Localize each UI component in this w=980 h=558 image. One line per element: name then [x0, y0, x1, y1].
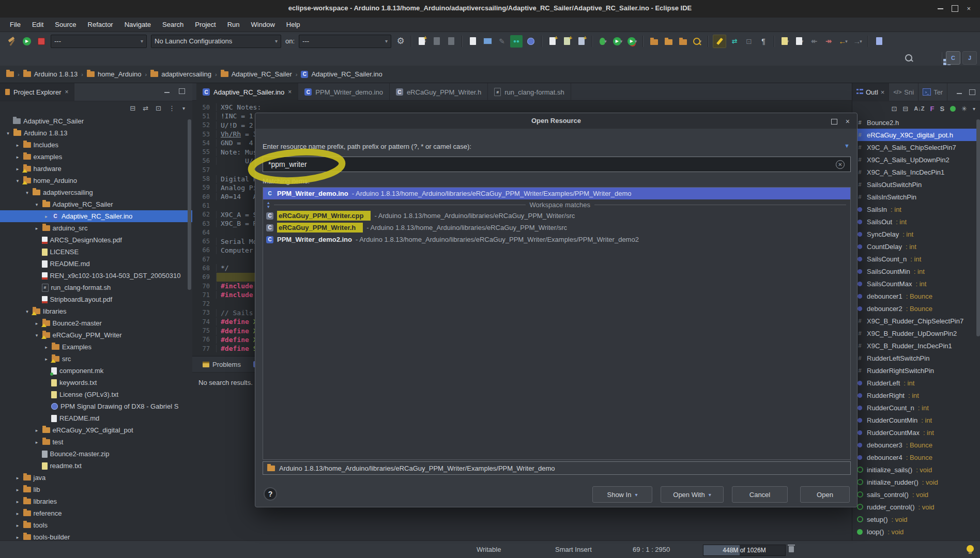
editor-tab[interactable]: CeRCaGuy_PPM_Writer.h — [390, 83, 488, 101]
tree-item[interactable]: ▸Bounce2-master — [0, 317, 192, 329]
run-as-icon[interactable]: ▶▾ — [611, 35, 624, 48]
tree-expander-icon[interactable]: ▸ — [15, 166, 21, 172]
tab-project-explorer[interactable]: Project Explorer × — [0, 83, 74, 101]
hide-fields-icon[interactable]: F — [930, 105, 934, 113]
menu-search[interactable]: Search — [157, 19, 189, 30]
tree-item[interactable]: PPM Signal Drawing of DX8 - Gabriel S — [0, 400, 192, 412]
tree-expander-icon[interactable]: ▸ — [15, 154, 21, 160]
close-icon[interactable]: × — [288, 88, 292, 96]
editor-tab[interactable]: CAdaptive_RC_Sailer.ino× — [196, 83, 298, 101]
menu-refactor[interactable]: Refactor — [82, 19, 119, 30]
tree-item[interactable]: ▸hardware — [0, 163, 192, 175]
focus-icon[interactable]: ⊡ — [891, 105, 897, 113]
launch-target-select[interactable]: ---▾ — [299, 35, 391, 48]
monitor-icon[interactable] — [481, 35, 494, 48]
dialog-close-icon[interactable]: × — [846, 117, 850, 126]
close-icon[interactable]: × — [65, 88, 68, 96]
breadcrumb-root-icon[interactable] — [6, 71, 14, 77]
tree-item[interactable]: ▸test — [0, 436, 192, 448]
new-class-icon[interactable]: + — [561, 35, 573, 48]
outline-item[interactable]: initialize_sails() : void — [852, 463, 980, 476]
new-project-icon[interactable]: + — [546, 35, 559, 48]
tree-item[interactable]: ▾Adaptive_RC_Sailer — [0, 198, 192, 210]
breadcrumb-item[interactable]: adaptivercsailing — [150, 70, 211, 78]
open-type-icon[interactable] — [662, 35, 675, 48]
new-package-icon[interactable]: + — [575, 35, 588, 48]
save-annotation-icon[interactable]: ▾ — [779, 35, 791, 48]
tree-item[interactable]: ▸tools — [0, 519, 192, 531]
tree-item[interactable]: ▸Examples — [0, 341, 192, 353]
tree-expander-icon[interactable]: ▸ — [34, 440, 40, 445]
tree-item[interactable]: License (GPLv3).txt — [0, 389, 192, 400]
debug-icon[interactable]: ▾ — [597, 35, 609, 48]
last-edit-icon[interactable]: ↞ — [808, 35, 820, 48]
collapse-all-icon[interactable]: ⊟ — [130, 104, 135, 112]
tree-item[interactable]: Adaptive_RC_Sailer — [0, 115, 192, 127]
tree-item[interactable]: ▾adaptivercsailing — [0, 187, 192, 198]
menu-file[interactable]: File — [4, 19, 26, 30]
stop-icon[interactable] — [35, 35, 48, 48]
tree-item[interactable]: ▸examples — [0, 151, 192, 163]
tree-expander-icon[interactable]: ▾ — [15, 178, 21, 183]
resource-pattern-input[interactable]: *ppm_writer — [263, 157, 851, 172]
focus-icon[interactable]: ⊡ — [156, 104, 161, 112]
menu-project[interactable]: Project — [189, 19, 221, 30]
outline-item[interactable]: rudder_control() : void — [852, 501, 980, 513]
build-icon[interactable] — [6, 35, 19, 48]
tree-expander-icon[interactable]: ▸ — [43, 357, 49, 362]
tree-item[interactable]: ▸src — [0, 353, 192, 365]
tree-expander-icon[interactable]: ▸ — [15, 523, 21, 528]
tree-item[interactable]: README.md — [0, 258, 192, 270]
web-icon[interactable] — [525, 35, 537, 48]
tree-item[interactable]: REN_x9c102-103-104-503_DST_20050310 — [0, 270, 192, 282]
gear-icon[interactable]: ⚙ — [394, 35, 407, 48]
java-perspective-icon[interactable]: J — [962, 51, 977, 65]
search-toolbar-icon[interactable]: ▾ — [691, 35, 703, 48]
open-with-button[interactable]: Open With▾ — [661, 486, 724, 503]
tree-expander-icon[interactable]: ▸ — [15, 499, 21, 504]
block-selection-icon[interactable]: ⊡ — [743, 35, 755, 48]
run-icon[interactable]: ▶ — [21, 35, 33, 48]
tree-item[interactable]: ▾Arduino 1.8.13 — [0, 127, 192, 139]
outline-item[interactable]: RudderRight : int — [852, 389, 980, 401]
outline-item[interactable]: SailsIn : int — [852, 203, 980, 215]
tree-expander-icon[interactable]: ▾ — [34, 202, 40, 207]
new-file-icon[interactable]: +▾ — [416, 35, 428, 48]
open-resource-icon[interactable] — [648, 35, 660, 48]
matching-item[interactable]: CeRCaGuy_PPM_Writer.cpp - Arduino 1.8.13… — [263, 210, 850, 222]
next-annotation-icon[interactable]: ▾ — [793, 35, 806, 48]
launch-config-select[interactable]: No Launch Configurations▾ — [151, 35, 281, 48]
help-button[interactable]: ? — [264, 487, 277, 501]
menu-window[interactable]: Window — [246, 19, 281, 30]
tree-item[interactable]: component.mk — [0, 365, 192, 377]
scroll-hint-icon[interactable]: ▴▾ — [267, 200, 270, 209]
tree-item[interactable]: LICENSE — [0, 246, 192, 258]
tree-item[interactable]: ARCS_DesignNotes.pdf — [0, 234, 192, 246]
outline-item[interactable]: SyncDelay : int — [852, 228, 980, 240]
tree-item[interactable]: ▸CAdaptive_RC_Sailer.ino — [0, 210, 192, 222]
tree-expander-icon[interactable]: ▸ — [15, 143, 21, 148]
outline-item[interactable]: #eRCaGuy_X9C_digital_pot.h — [852, 129, 980, 141]
tree-item[interactable]: StripboardLayout.pdf — [0, 293, 192, 305]
show-whitespace-icon[interactable]: ¶ — [757, 35, 770, 48]
link-with-editor-icon[interactable]: ⇄ — [143, 104, 148, 112]
menu-navigate[interactable]: Navigate — [119, 19, 157, 30]
tree-expander-icon[interactable]: ▸ — [15, 487, 21, 492]
view-menu-icon[interactable]: ⋮ — [169, 104, 175, 112]
outline-item[interactable]: RudderLeft : int — [852, 377, 980, 389]
tree-item[interactable]: keywords.txt — [0, 377, 192, 389]
tree-expander-icon[interactable]: ▸ — [43, 214, 49, 219]
tree-item[interactable]: ▸java — [0, 472, 192, 484]
outline-item[interactable]: SailsCount_n : int — [852, 253, 980, 265]
editor-tab[interactable]: CPPM_Writer_demo.ino — [298, 83, 390, 101]
outline-item[interactable]: #X9C_B_Rudder_IncDecPin1 — [852, 339, 980, 352]
tree-expander-icon[interactable]: ▸ — [34, 321, 40, 326]
outline-item[interactable]: SailsOut : int — [852, 215, 980, 228]
outline-item[interactable]: #X9C_A_Sails_IncDecPin1 — [852, 166, 980, 178]
tree-item[interactable]: ▸Includes — [0, 139, 192, 151]
outline-item[interactable]: setup() : void — [852, 513, 980, 525]
dialog-maximize-icon[interactable] — [831, 119, 837, 125]
hide-static-icon[interactable]: S — [940, 105, 944, 113]
outline-item[interactable]: debouncer4 : Bounce — [852, 451, 980, 463]
window-maximize-icon[interactable] — [952, 5, 958, 12]
